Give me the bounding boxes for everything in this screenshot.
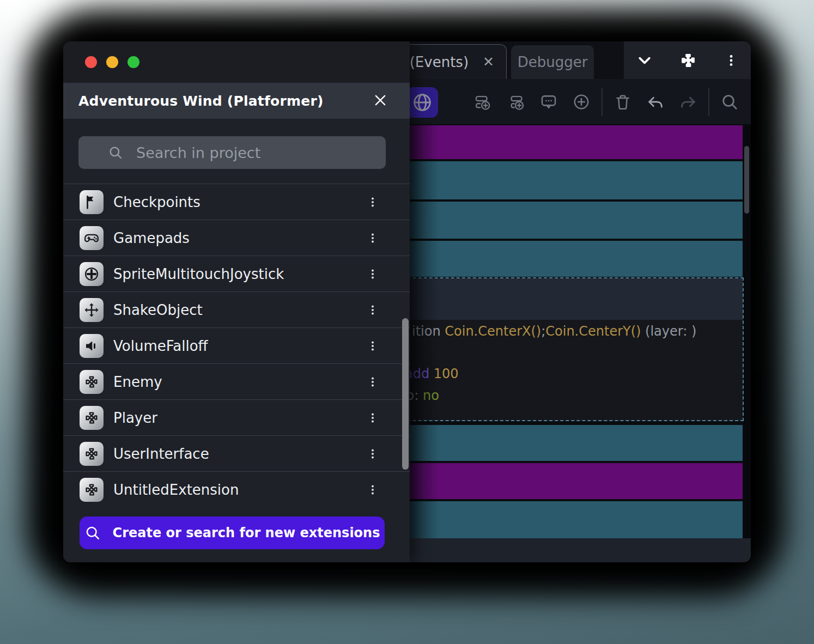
joystick-icon (83, 266, 100, 282)
code-segment: Coin.CenterY() (545, 324, 641, 339)
kebab-menu-icon (367, 304, 379, 316)
add-comment-button[interactable] (536, 89, 561, 114)
extension-item[interactable]: Checkpoints (63, 184, 410, 220)
panel-header: Adventurous Wind (Platformer) (63, 83, 410, 119)
puzzle-icon (83, 446, 100, 462)
window-titlebar[interactable] (63, 41, 410, 83)
extension-item[interactable]: Player (63, 399, 410, 435)
screenshot-backdrop: (Events) ✕ Debugger ition Coin.CenterX()… (0, 0, 814, 644)
search-icon (84, 525, 101, 541)
puzzle-icon (80, 442, 104, 466)
close-panel-button[interactable] (372, 92, 388, 108)
chevron-down-icon (636, 52, 653, 69)
event-action-text: p: no (406, 388, 439, 403)
add-subevent-button[interactable] (503, 89, 529, 114)
puzzle-icon (80, 370, 104, 394)
puzzle-icon (83, 410, 100, 426)
move-icon (83, 302, 100, 318)
search-button[interactable] (717, 89, 742, 114)
tab-debugger-label: Debugger (518, 54, 588, 70)
kebab-menu-icon (367, 376, 379, 388)
item-menu-button[interactable] (366, 479, 379, 501)
search-icon (720, 93, 739, 111)
extension-label: Checkpoints (113, 194, 201, 210)
code-segment: Coin.CenterX() (445, 324, 541, 339)
kebab-menu-icon (367, 484, 379, 496)
joystick-icon (80, 262, 104, 286)
extension-label: VolumeFalloff (113, 338, 208, 354)
toggle-network-preview-button[interactable] (406, 87, 438, 118)
add-circle-button[interactable] (569, 89, 594, 114)
create-extension-button[interactable]: Create or search for new extensions (80, 517, 385, 549)
event-action-text: ition Coin.CenterX();Coin.CenterY() (lay… (412, 324, 696, 339)
chevron-down-button[interactable] (631, 47, 658, 74)
search-input[interactable] (135, 144, 377, 162)
code-segment: (layer: ) (641, 324, 696, 339)
extension-item[interactable]: SpriteMultitouchJoystick (63, 256, 410, 291)
close-window-button[interactable] (85, 56, 97, 68)
panel-scrollbar[interactable] (402, 318, 409, 470)
extension-item[interactable]: Enemy (63, 363, 410, 399)
extension-item[interactable]: ShakeObject (63, 291, 410, 327)
puzzle-icon (80, 406, 104, 430)
toolbar-divider (708, 88, 709, 116)
zoom-window-button[interactable] (127, 56, 139, 68)
extension-item[interactable]: VolumeFalloff (63, 327, 410, 363)
add-event-icon (474, 93, 493, 111)
redo-button[interactable] (676, 89, 701, 114)
close-tab-icon[interactable]: ✕ (483, 55, 494, 69)
redo-icon (679, 93, 697, 111)
minimize-window-button[interactable] (106, 56, 118, 68)
kebab-menu-icon (367, 232, 379, 244)
trash-button[interactable] (610, 89, 635, 114)
event-action-text: add 100 (405, 366, 459, 381)
item-menu-button[interactable] (366, 407, 379, 429)
item-menu-button[interactable] (366, 299, 379, 321)
app-window: (Events) ✕ Debugger ition Coin.CenterX()… (63, 41, 751, 562)
project-manager-panel: Adventurous Wind (Platformer) Checkpoint… (63, 41, 410, 562)
item-menu-button[interactable] (366, 263, 379, 285)
toolbar-icons (471, 87, 742, 117)
create-extension-label: Create or search for new extensions (113, 525, 380, 540)
puzzle-icon (83, 374, 100, 390)
item-menu-button[interactable] (366, 191, 379, 213)
window-actions-cluster (624, 41, 751, 79)
search-icon (108, 145, 123, 160)
code-segment: no (423, 388, 439, 403)
kebab-menu-icon (367, 340, 379, 352)
speaker-icon (83, 338, 100, 354)
add-subevent-icon (507, 93, 525, 111)
code-segment: ition (412, 324, 445, 339)
extension-label: UserInterface (113, 446, 209, 462)
speaker-icon (80, 334, 104, 358)
extension-label: Enemy (113, 374, 162, 390)
project-search[interactable] (78, 136, 386, 169)
search-icon (108, 145, 123, 160)
move-icon (80, 298, 104, 322)
kebab-menu-icon (367, 412, 379, 424)
extension-item[interactable]: UntitledExtension (63, 471, 410, 507)
add-event-button[interactable] (471, 89, 496, 114)
kebab-menu-icon (367, 448, 379, 460)
extension-item[interactable]: Gamepads (63, 220, 410, 256)
extension-list: CheckpointsGamepadsSpriteMultitouchJoyst… (63, 184, 410, 507)
events-scrollbar[interactable] (744, 146, 749, 214)
extension-label: UntitledExtension (113, 482, 239, 498)
item-menu-button[interactable] (366, 335, 379, 357)
gamepad-icon (80, 226, 104, 250)
tab-debugger[interactable]: Debugger (511, 45, 594, 79)
flag-icon (83, 194, 100, 210)
undo-button[interactable] (643, 89, 668, 114)
extensions-button[interactable] (675, 47, 701, 74)
more-options-button[interactable] (718, 47, 744, 74)
extension-item[interactable]: UserInterface (63, 435, 410, 471)
panel-title: Adventurous Wind (Platformer) (78, 93, 324, 109)
search-icon (84, 525, 101, 541)
close-icon (373, 93, 388, 108)
item-menu-button[interactable] (366, 371, 379, 393)
tab-events-label: (Events) (410, 54, 469, 70)
trash-icon (613, 93, 632, 111)
item-menu-button[interactable] (366, 443, 379, 465)
flag-icon (80, 190, 104, 214)
item-menu-button[interactable] (366, 227, 379, 249)
